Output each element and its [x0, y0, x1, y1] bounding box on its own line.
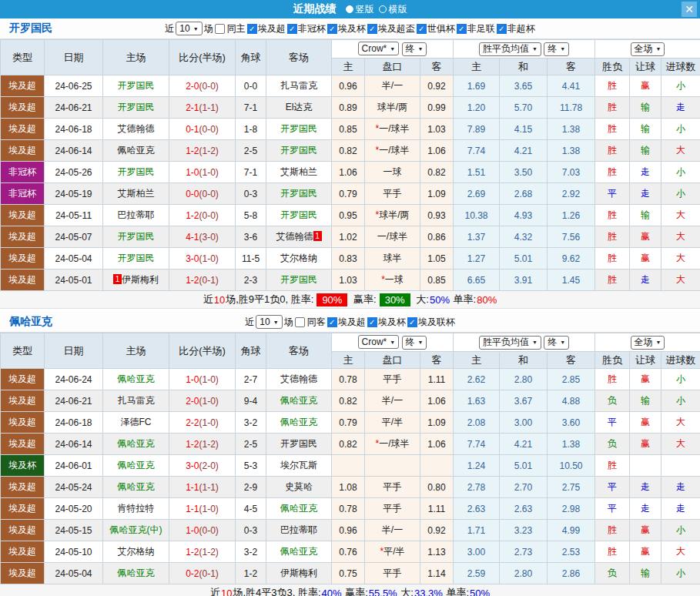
handicap-line-cell: 平手	[365, 369, 420, 390]
league-checkbox[interactable]: ✓非足联	[457, 22, 495, 35]
summary-part: 50%	[430, 294, 450, 306]
team-label: 扎马雷克	[280, 80, 317, 91]
odds-away-cell: 0.99	[420, 97, 454, 119]
period-select[interactable]: 全场▼	[631, 42, 665, 56]
column-header: 客场	[266, 333, 332, 369]
away-team-cell: 佩哈亚克	[266, 412, 332, 434]
corners-cell: 2-5	[236, 434, 266, 455]
league-checkbox[interactable]: ✓非超杯	[497, 22, 535, 35]
goals-result-cell: 大	[661, 412, 700, 434]
odds-time-select[interactable]: 终▼	[402, 336, 427, 350]
handicap-line-cell: 一球	[365, 162, 420, 183]
fulltime-score: 1-0	[186, 374, 199, 385]
match-row: 非冠杯24-05-19艾斯柏兰0-0(0-0)0-3开罗国民0.79平手1.09…	[1, 183, 700, 205]
avg-time-select[interactable]: 终▼	[544, 336, 569, 350]
checkbox-label: 埃及杯	[338, 22, 366, 35]
league-checkbox[interactable]: ✓埃及超	[327, 316, 366, 329]
avg-away-cell: 4.99	[548, 520, 595, 541]
fulltime-score: 1-1	[186, 504, 199, 514]
avg-odds-select[interactable]: 胜平负均值▼	[479, 336, 541, 350]
halftime-score: (1-2)	[199, 547, 219, 557]
match-row: 埃及超24-06-18艾德翰德0-1(0-0)1-8开罗国民0.85*一/球半1…	[1, 119, 700, 140]
avg-draw-cell: 5.01	[500, 248, 548, 270]
team-section-2: 佩哈亚克 近10▼场同客✓埃及超✓埃及杯✓埃及联杯 类型日期主场比分(半场)角球…	[0, 312, 700, 596]
handicap-line-cell: 平手	[365, 563, 420, 584]
team-label: 开罗国民	[118, 80, 155, 91]
league-checkbox[interactable]: ✓非冠杯	[287, 22, 326, 35]
avg-draw-cell: 2.73	[500, 541, 548, 563]
bookmaker-select[interactable]: Crow*▼	[358, 42, 400, 55]
home-team-cell: 佩哈亚克(中)	[103, 520, 169, 541]
halftime-score: (0-0)	[199, 189, 219, 199]
avg-draw-cell: 3.67	[500, 390, 548, 412]
checkbox-label: 非超杯	[507, 22, 535, 35]
avg-away-cell: 7.56	[548, 226, 595, 248]
match-row: 埃及超24-06-25开罗国民2-0(0-0)0-0扎马雷克0.96半/一0.9…	[1, 75, 700, 97]
line-label: 一/球半	[379, 145, 409, 156]
goals-result-cell: 走	[661, 97, 700, 119]
avg-away-cell: 7.03	[548, 162, 595, 183]
avg-away-cell: 2.86	[548, 563, 595, 584]
odds-away-cell: 1.09	[420, 412, 454, 434]
layout-radio-unselected[interactable]: 横版	[379, 3, 407, 16]
matches-table: 类型日期主场比分(半场)角球客场Crow*▼ 终▼胜平负均值▼ 终▼全场▼主盘口…	[0, 39, 700, 291]
fulltime-score: 1-0	[186, 167, 199, 178]
team-name: 佩哈亚克	[9, 315, 52, 329]
line-label: 一球	[385, 274, 404, 285]
away-team-cell: El达克	[266, 97, 332, 119]
league-checkbox[interactable]: ✓埃及杯	[327, 22, 366, 35]
same-venue-checkbox[interactable]: 同主	[215, 22, 246, 35]
checkbox-label: 埃及超盃	[378, 22, 415, 35]
avg-away-cell: 2.92	[548, 183, 595, 205]
handicap-result-cell: 赢	[630, 434, 661, 455]
result-cell: 胜	[595, 140, 630, 162]
league-checkbox[interactable]: ✓埃及超盃	[367, 22, 415, 35]
sub-column-header: 进球数	[661, 352, 700, 369]
match-count-select[interactable]: 10▼	[256, 315, 282, 329]
column-header: 角球	[236, 40, 266, 75]
team-label: 佩哈亚克	[118, 481, 155, 492]
goals-result-cell: 小	[661, 75, 700, 97]
odds-away-cell: 1.09	[420, 183, 454, 205]
league-checkbox[interactable]: ✓埃及联杯	[407, 316, 455, 329]
close-button[interactable]: ✕	[682, 2, 697, 17]
avg-odds-select[interactable]: 胜平负均值▼	[479, 42, 541, 56]
goals-result-cell: 大	[661, 140, 700, 162]
sub-column-header: 主	[454, 352, 500, 369]
match-row: 埃及超24-05-04开罗国民3-0(1-0)11-5艾尔格纳0.83球半1.0…	[1, 248, 700, 270]
team-label: 佩哈亚克	[280, 417, 317, 427]
date-cell: 24-05-01	[45, 270, 103, 291]
odds-home-cell: 0.83	[332, 248, 365, 270]
layout-radio-selected[interactable]: 竖版	[346, 3, 374, 16]
odds-away-cell: 1.06	[420, 434, 454, 455]
result-cell: 胜	[595, 541, 630, 563]
league-checkbox[interactable]: ✓埃及超	[247, 22, 286, 35]
select-value: Crow*	[362, 43, 387, 54]
away-team-cell: 艾斯柏兰	[266, 162, 332, 183]
halftime-score: (0-1)	[199, 568, 219, 579]
avg-time-select[interactable]: 终▼	[544, 42, 569, 56]
type-cell: 埃及超	[1, 205, 45, 226]
chevron-down-icon: ▼	[656, 340, 661, 345]
same-venue-checkbox[interactable]: 同客	[295, 316, 326, 329]
table-body: 埃及超24-06-24佩哈亚克1-0(1-0)2-7艾德翰德0.78平手1.11…	[1, 369, 700, 584]
away-team-cell: 开罗国民	[266, 140, 332, 162]
league-checkbox[interactable]: ✓埃及杯	[367, 316, 406, 329]
type-cell: 埃及超	[1, 75, 45, 97]
period-select[interactable]: 全场▼	[631, 336, 665, 350]
bookmaker-select[interactable]: Crow*▼	[358, 335, 400, 349]
odds-away-cell: 0.80	[420, 477, 454, 498]
odds-away-cell: 0.92	[420, 520, 454, 541]
goals-result-cell: 小	[661, 369, 700, 390]
match-count-select[interactable]: 10▼	[176, 22, 202, 35]
league-checkbox[interactable]: ✓世俱杯	[417, 22, 455, 35]
home-team-cell: 开罗国民	[103, 248, 169, 270]
corners-cell: 3-2	[236, 541, 266, 563]
odds-time-select[interactable]: 终▼	[402, 42, 427, 56]
sub-column-header: 主	[332, 59, 365, 75]
odds-home-cell: 0.79	[332, 412, 365, 434]
away-team-cell: 艾德翰德1	[266, 226, 332, 248]
line-label: 半/一	[382, 524, 403, 535]
odds-home-cell: 0.89	[332, 97, 365, 119]
handicap-line-cell: *一/球半	[365, 140, 420, 162]
